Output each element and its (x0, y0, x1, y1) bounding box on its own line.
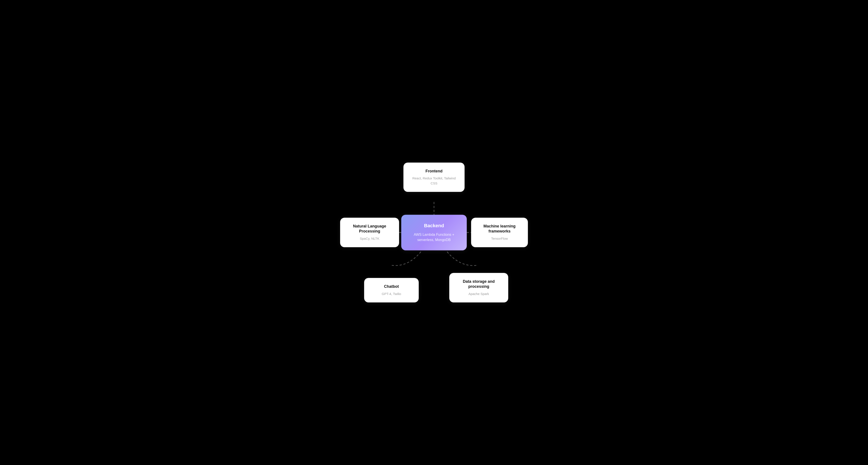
data-storage-title: Data storage and processing (456, 279, 501, 289)
frontend-node: Frontend React, Redux Toolkit, Tailwind … (403, 163, 465, 192)
architecture-diagram: Frontend React, Redux Toolkit, Tailwind … (336, 158, 532, 307)
chatbot-node: Chatbot GPT-4, Twilio (364, 278, 419, 302)
backend-node: Backend AWS Lambda Functions + serverles… (401, 215, 467, 251)
chatbot-title: Chatbot (371, 284, 412, 289)
frontend-title: Frontend (410, 169, 458, 174)
nlp-node: Natural Language Processing SpaCy, NLTK (340, 217, 399, 247)
backend-subtitle: AWS Lambda Functions + serverless, Mongo… (409, 232, 459, 242)
ml-subtitle: TensorFlow (478, 236, 521, 241)
chatbot-subtitle: GPT-4, Twilio (371, 291, 412, 296)
nlp-subtitle: SpaCy, NLTK (347, 236, 392, 241)
data-storage-subtitle: Apache Spark (456, 291, 501, 296)
frontend-subtitle: React, Redux Toolkit, Tailwind CSS (410, 176, 458, 186)
ml-title: Machine learning frameworks (478, 224, 521, 234)
nlp-title: Natural Language Processing (347, 224, 392, 234)
backend-title: Backend (409, 223, 459, 229)
ml-node: Machine learning frameworks TensorFlow (471, 217, 528, 247)
data-storage-node: Data storage and processing Apache Spark (449, 273, 508, 302)
